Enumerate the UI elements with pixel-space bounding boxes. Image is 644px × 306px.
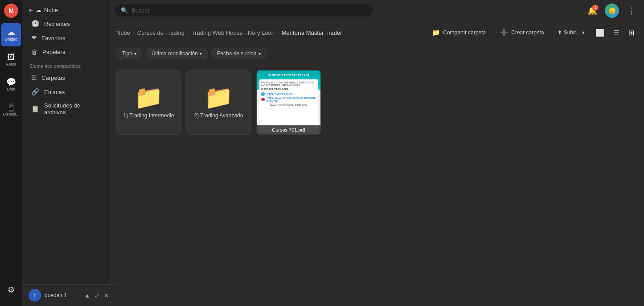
grid-view-icon: ⊞ (628, 29, 634, 37)
compartir-label: Compartir carpeta (443, 29, 486, 36)
trash-icon: 🗑 (31, 48, 38, 56)
upload-icon: ⬆ (558, 29, 562, 36)
folder-icon: 📁 (204, 86, 233, 109)
compartir-carpeta-btn[interactable]: 📁 Compartir carpeta (427, 26, 491, 39)
upload-indicator: ↑ (29, 289, 41, 302)
enlaces-label: Enlaces (44, 89, 65, 95)
view-list-btn[interactable]: ☰ (611, 27, 622, 39)
chat-icon: 💬 (6, 78, 16, 86)
link-icon: 🔗 (31, 88, 40, 96)
search-input[interactable] (131, 7, 367, 14)
telegram-icon (261, 92, 265, 96)
subida-filter-btn[interactable]: Fecha de subida ▾ (211, 48, 267, 59)
recientes-label: Recientes (44, 21, 70, 27)
crear-carpeta-btn[interactable]: ➕ Crear carpeta (495, 26, 549, 39)
pdf-instagram-row: HTTPS://WWW.INSTAGRAM.COM/CURSOSEMPRENDE… (261, 97, 316, 102)
subida-chevron-icon: ▾ (258, 51, 261, 56)
sidebar-recientes[interactable]: 🕐 Recientes (24, 17, 107, 31)
view-grid-btn[interactable]: ⊞ (626, 27, 637, 39)
tipo-label: Tipo (122, 50, 132, 57)
view-thumbnail-btn[interactable]: ⬜ (593, 27, 607, 39)
photos-icon: 🖼 (7, 53, 15, 61)
subir-btn[interactable]: ⬆ Subir... ▾ (553, 27, 589, 38)
share-icon: 📁 (432, 29, 440, 37)
breadcrumb-mentoria: Mentoría Máster Trader (282, 29, 342, 36)
upload-expand-btn[interactable]: ▲ (83, 291, 91, 300)
sidebar-carpetas[interactable]: ⊞ Carpetas (24, 70, 107, 85)
cloud-icon: ☁ (7, 28, 15, 36)
breadcrumb-bar: Nube › Cursos de Trading › Trading Web H… (109, 21, 644, 44)
user-avatar[interactable]: M (4, 4, 18, 18)
papelera-label: Papelera (42, 49, 66, 55)
modificacion-chevron-icon: ▾ (200, 51, 202, 56)
breadcrumb-actions: 📁 Compartir carpeta ➕ Crear carpeta ⬆ Su… (427, 26, 637, 39)
sidebar-enlaces[interactable]: 🔗 Enlaces (24, 85, 107, 99)
user-avatar-btn[interactable]: 😊 (605, 4, 619, 18)
breadcrumb-trading-web-house[interactable]: Trading Web House - Nery León (192, 29, 275, 36)
pdf-file-label: Cursos 701.pdf (257, 125, 320, 134)
sep-3: › (277, 30, 279, 35)
pdf-cta: CLICK EN LOS ENLACES (261, 88, 316, 91)
plus-icon: ➕ (500, 29, 509, 37)
chat-label: Chat (7, 87, 15, 92)
settings-icon: ⚙ (8, 286, 15, 294)
breadcrumb: Nube › Cursos de Trading › Trading Web H… (116, 29, 342, 36)
more-menu-btn[interactable]: ⋮ (624, 4, 639, 18)
tipo-filter-btn[interactable]: Tipo ▾ (116, 48, 142, 59)
pdf-subtitle: ÚNETE A NUESTRA COMUNIDAD Y ENTÉRATE DE … (261, 81, 316, 87)
sidebar-item-fotos[interactable]: 🖼 Fotos (1, 48, 21, 71)
file-item-trading-avanzado[interactable]: 📁 2) Trading Avanzado (186, 70, 251, 135)
carpetas-label: Carpetas (41, 74, 65, 81)
topbar: 🔍 🔔 1 😊 ⋮ (109, 0, 644, 21)
solicitudes-label: Solicitudes de archivos (44, 102, 100, 116)
file-name: 1) Trading Intermedio (123, 112, 174, 120)
pdf-telegram-link: HTTPS://T.ME/CURSOS701 (266, 93, 294, 95)
file-request-icon: 📋 (31, 105, 40, 113)
crear-label: Crear carpeta (511, 29, 544, 36)
subir-label: Subir... (564, 29, 580, 36)
upload-close-btn[interactable]: ✕ (103, 291, 110, 300)
sidebar-nube[interactable]: ▶ ☁ Nube (22, 4, 109, 17)
sidebar-papelera[interactable]: 🗑 Papelera (24, 45, 107, 59)
heart-icon: ❤ (31, 34, 37, 42)
pdf-footer: WWW.CURSOSDIGITALES701.COM (261, 104, 316, 107)
sidebar-item-chat[interactable]: 💬 Chat (1, 73, 21, 96)
filter-bar: Tipo ▾ Última modificación ▾ Fecha de su… (109, 44, 644, 63)
thumbnail-icon: ⬜ (595, 29, 604, 37)
search-bar[interactable]: 🔍 (115, 4, 373, 17)
icon-bar: M ☁ Unidad 🖼 Fotos 💬 Chat 📱 Disposi... ⚙ (0, 0, 22, 306)
chevron-right-icon: ▶ (29, 8, 33, 12)
favoritos-label: Favoritos (41, 35, 65, 41)
sidebar-item-unidad[interactable]: ☁ Unidad (1, 23, 21, 46)
pdf-telegram-row: HTTPS://T.ME/CURSOS701 (261, 92, 316, 96)
upload-arrow-icon: ↑ (33, 292, 37, 299)
more-icon: ⋮ (628, 6, 636, 16)
file-item-cursos-701[interactable]: CURSOS DIGITALES 701 ÚNETE A NUESTRA COM… (256, 70, 321, 135)
avatar-image: 😊 (608, 7, 616, 14)
notification-badge: 1 (592, 4, 599, 11)
file-name: 2) Trading Avanzado (194, 112, 243, 120)
modificacion-label: Última modificación (152, 50, 198, 57)
shared-section-header: Elementos compartidos (22, 59, 109, 70)
breadcrumb-nube[interactable]: Nube (116, 29, 130, 36)
settings-btn[interactable]: ⚙ (1, 278, 21, 302)
sep-2: › (187, 30, 189, 35)
sidebar: ▶ ☁ Nube 🕐 Recientes ❤ Favoritos 🗑 Papel… (22, 0, 109, 306)
tipo-chevron-icon: ▾ (134, 51, 136, 56)
pdf-body: ÚNETE A NUESTRA COMUNIDAD Y ENTÉRATE DE … (259, 79, 318, 132)
file-item-trading-intermedio[interactable]: 📁 1) Trading Intermedio (116, 70, 181, 135)
nube-label: Nube (44, 7, 58, 13)
sep-1: › (133, 30, 135, 35)
upload-fullscreen-btn[interactable]: ⤢ (94, 291, 100, 300)
modificacion-filter-btn[interactable]: Última modificación ▾ (146, 48, 208, 59)
device-icon: 📱 (6, 103, 16, 111)
breadcrumb-cursos[interactable]: Cursos de Trading (137, 29, 185, 36)
sidebar-solicitudes[interactable]: 📋 Solicitudes de archivos (24, 99, 107, 119)
instagram-icon (261, 98, 265, 101)
subir-chevron-icon: ▾ (582, 29, 585, 36)
main-area: 🔍 🔔 1 😊 ⋮ Nube › Cursos de Trading › Tra… (109, 0, 644, 306)
sidebar-favoritos[interactable]: ❤ Favoritos (24, 31, 107, 45)
notifications-btn[interactable]: 🔔 1 (585, 4, 599, 18)
sidebar-item-dispositivos[interactable]: 📱 Disposi... (1, 98, 21, 121)
upload-bar: ↑ quedan 1 ▲ ⤢ ✕ (22, 284, 116, 306)
